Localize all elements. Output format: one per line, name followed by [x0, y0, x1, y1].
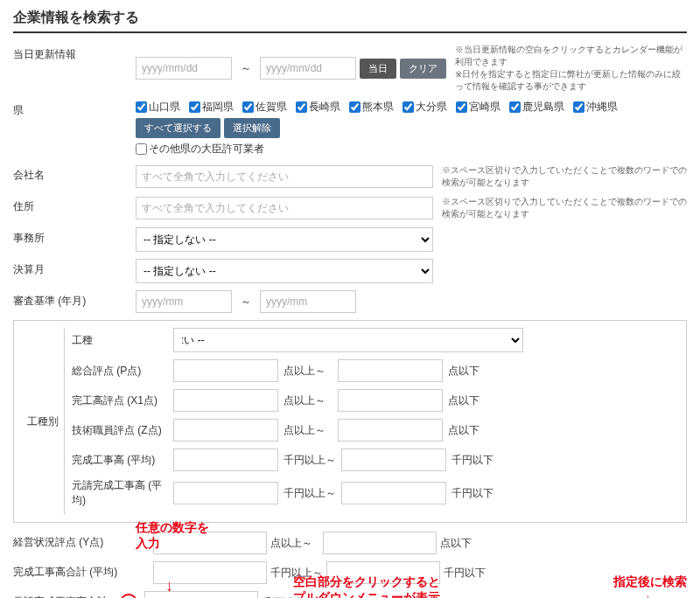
- pref-checkbox-2[interactable]: 佐賀県: [242, 100, 287, 115]
- label-kou: 工種: [72, 333, 168, 348]
- review-to[interactable]: [260, 290, 356, 313]
- row-motouke: 元請完成工事高合計 1 ↓ 千円以上～ 空白部分をクリックすると プルダウンメニ…: [13, 591, 599, 598]
- address-input[interactable]: [136, 197, 433, 219]
- label-review: 審査基準 (年月): [13, 290, 136, 309]
- kind-row-3: 完成工事高 (平均)千円以上～千円以下: [72, 448, 679, 471]
- label-totalavg: 完成工事高合計 (平均): [13, 561, 153, 580]
- label-company: 会社名: [13, 164, 136, 183]
- company-note: ※スペース区切りで入力していただくことで複数のワードでの検索が可能となります: [442, 164, 687, 189]
- label-motouke: 元請完成工事高合計: [13, 591, 127, 598]
- deselect-button[interactable]: 選択解除: [224, 118, 280, 138]
- row-review: 審査基準 (年月) ～: [13, 290, 687, 313]
- pref-checkbox-0[interactable]: 山口県: [136, 100, 180, 115]
- date-from[interactable]: [136, 57, 232, 80]
- company-input[interactable]: [136, 165, 433, 188]
- pref-checkbox-4[interactable]: 熊本県: [349, 100, 394, 115]
- row-totalavg: 完成工事高合計 (平均) 千円以上～ 千円以下: [13, 561, 687, 584]
- page-title: 企業情報を検索する: [13, 9, 687, 33]
- today-button[interactable]: 当日: [360, 59, 396, 79]
- kind-from-2[interactable]: [173, 419, 278, 442]
- kou-select[interactable]: :い --: [173, 328, 523, 352]
- kind-to-1[interactable]: [338, 389, 443, 412]
- kind-from-3[interactable]: [173, 448, 278, 471]
- pref-checkbox-5[interactable]: 大分県: [402, 100, 447, 115]
- arrow-down-icon: ↓: [165, 577, 173, 595]
- kind-to-2[interactable]: [338, 419, 443, 442]
- row-ypoint: 経営状況評点 (Y点) 点以上～ 点以下 任意の数字を 入力: [13, 532, 687, 554]
- review-from[interactable]: [136, 290, 232, 313]
- label-fiscal: 決算月: [13, 259, 136, 277]
- row-fiscal: 決算月 -- 指定しない --: [13, 259, 687, 283]
- kind-to-0[interactable]: [338, 359, 443, 382]
- row-company: 会社名 ※スペース区切りで入力していただくことで複数のワードでの検索が可能となり…: [13, 164, 687, 189]
- date-note: ※当日更新情報の空白をクリックするとカレンダー機能が利用できます ※日付を指定す…: [455, 44, 687, 93]
- kind-from-1[interactable]: [173, 389, 278, 412]
- kind-side-label: 工種別: [21, 328, 65, 515]
- office-select[interactable]: -- 指定しない --: [136, 227, 433, 252]
- label-ypoint: 経営状況評点 (Y点): [13, 532, 153, 550]
- ypoint-to[interactable]: [323, 532, 437, 554]
- label-date: 当日更新情報: [13, 44, 136, 62]
- select-all-button[interactable]: すべて選択する: [136, 118, 220, 138]
- kind-box: 工種別 工種 :い -- 総合評点 (P点)点以上～点以下完工高評点 (X1点)…: [13, 320, 687, 523]
- label-address: 住所: [13, 196, 136, 214]
- row-address: 住所 ※スペース区切りで入力していただくことで複数のワードでの検索が可能となりま…: [13, 196, 687, 220]
- kind-row-2: 技術職員評点 (Z点)点以上～点以下: [72, 419, 679, 442]
- pref-checkbox-3[interactable]: 長崎県: [296, 100, 340, 115]
- row-office: 事務所 -- 指定しない --: [13, 227, 687, 252]
- pref-checkbox-6[interactable]: 宮崎県: [456, 100, 500, 115]
- label-pref: 県: [13, 100, 136, 118]
- pref-checkbox-8[interactable]: 沖縄県: [573, 100, 618, 115]
- row-pref: 県 山口県福岡県佐賀県長崎県熊本県大分県宮崎県鹿児島県沖縄県 すべて選択する 選…: [13, 100, 687, 157]
- other-pref-checkbox[interactable]: その他県の大臣許可業者: [136, 142, 264, 156]
- ypoint-from[interactable]: [153, 532, 267, 554]
- fiscal-select[interactable]: -- 指定しない --: [136, 259, 433, 283]
- totalavg-to[interactable]: [326, 561, 440, 584]
- pref-checkbox-1[interactable]: 福岡県: [189, 100, 234, 115]
- date-to[interactable]: [260, 57, 356, 80]
- kind-to-3[interactable]: [341, 448, 446, 471]
- clear-date-button[interactable]: クリア: [400, 59, 446, 79]
- arrow-down-icon-2: ↓: [608, 591, 687, 598]
- motouke-from[interactable]: [144, 591, 258, 598]
- tilde: ～: [235, 61, 256, 76]
- kind-from-4[interactable]: [173, 482, 278, 504]
- label-office: 事務所: [13, 227, 136, 246]
- row-date: 当日更新情報 ～ 当日 クリア ※当日更新情報の空白をクリックするとカレンダー機…: [13, 44, 687, 93]
- kind-row-1: 完工高評点 (X1点)点以上～点以下: [72, 389, 679, 412]
- kind-row-0: 総合評点 (P点)点以上～点以下: [72, 359, 679, 382]
- kind-from-0[interactable]: [173, 359, 278, 382]
- pref-checkbox-7[interactable]: 鹿児島県: [509, 100, 564, 115]
- address-note: ※スペース区切りで入力していただくことで複数のワードでの検索が可能となります: [442, 196, 687, 220]
- kind-to-4[interactable]: [341, 482, 446, 504]
- kind-row-4: 元請完成工事高 (平均)千円以上～千円以下: [72, 478, 679, 508]
